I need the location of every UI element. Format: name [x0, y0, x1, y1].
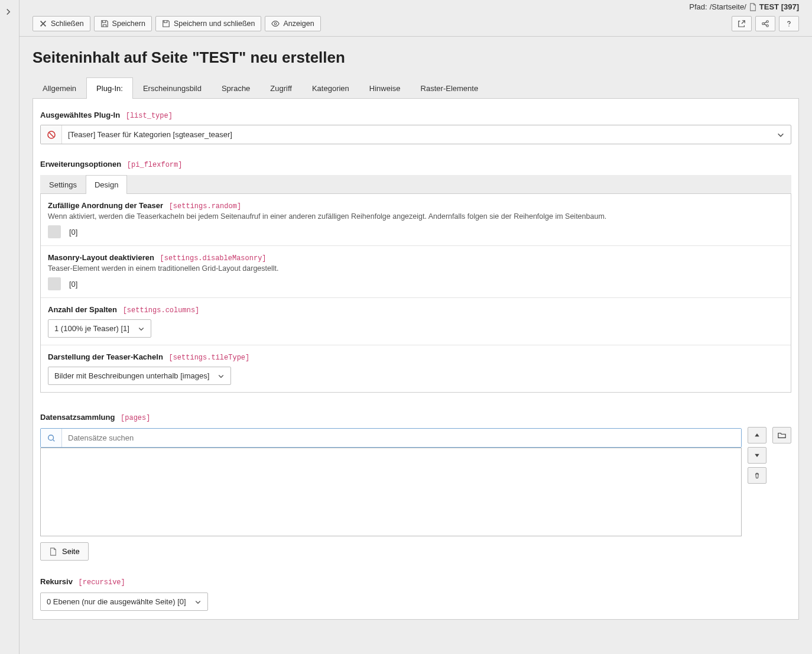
save-close-button[interactable]: Speichern und schließen	[155, 16, 262, 31]
tab-categories[interactable]: Kategorien	[302, 77, 359, 99]
setting-random-value: [0]	[69, 228, 77, 237]
help-button[interactable]	[779, 16, 799, 31]
page-title: Seiteninhalt auf Seite "TEST" neu erstel…	[33, 48, 799, 67]
breadcrumb-path[interactable]: /Startseite/	[710, 2, 746, 11]
setting-tiletype-select[interactable]: Bilder mit Beschreibungen unterhalb [ima…	[48, 367, 231, 385]
save-button[interactable]: Speichern	[94, 16, 152, 31]
list-move-up-button[interactable]	[748, 427, 766, 443]
svg-point-1	[762, 22, 765, 25]
search-icon	[41, 429, 62, 447]
setting-random-label: Zufällige Anordnung der Teaser [settings…	[48, 201, 784, 211]
recursive-select[interactable]: 0 Ebenen (nur die ausgewählte Seite) [0]	[40, 593, 208, 611]
setting-tiletype-label: Darstellung der Teaser-Kacheln [settings…	[48, 352, 784, 362]
subtab-settings[interactable]: Settings	[40, 175, 86, 194]
setting-masonry-checkbox[interactable]	[48, 277, 61, 290]
breadcrumb-label: Pfad:	[689, 2, 707, 11]
recursive-label: Rekursiv [recursive]	[40, 577, 791, 589]
tab-general[interactable]: Allgemein	[33, 77, 86, 99]
plugin-select[interactable]: [Teaser] Teaser für Kategorien [sgteaser…	[40, 125, 791, 144]
pages-label: Datensatzsammlung [pages]	[40, 413, 791, 425]
breadcrumb-current: TEST [397]	[759, 2, 799, 11]
pages-add-page-button[interactable]: Seite	[40, 542, 89, 561]
plugin-icon	[41, 125, 62, 144]
setting-random-checkbox[interactable]	[48, 225, 61, 238]
svg-point-6	[48, 435, 53, 440]
page-icon	[49, 548, 57, 556]
setting-columns-label: Anzahl der Spalten [settings.columns]	[48, 305, 784, 315]
page-tree-toggle[interactable]	[5, 8, 12, 17]
open-new-window-button[interactable]	[732, 16, 752, 31]
setting-masonry-desc: Teaser-Element werden in einem tradition…	[48, 264, 784, 273]
plugin-label: Ausgewähltes Plug-In [list_type]	[33, 111, 798, 122]
svg-point-0	[275, 22, 277, 25]
setting-masonry-label: Masonry-Layout deaktivieren [settings.di…	[48, 253, 784, 263]
tab-language[interactable]: Sprache	[212, 77, 260, 99]
chevron-down-icon	[217, 373, 225, 380]
svg-point-4	[788, 25, 790, 27]
setting-columns-select[interactable]: 1 (100% je Teaser) [1]	[48, 319, 151, 338]
subtab-design[interactable]: Design	[86, 175, 127, 194]
tab-gridelements[interactable]: Raster-Elemente	[411, 77, 489, 99]
preview-button[interactable]: Anzeigen	[265, 16, 320, 31]
chevron-down-icon	[777, 131, 785, 139]
pages-search-row	[40, 428, 742, 448]
chevron-down-icon	[138, 325, 145, 332]
svg-point-3	[766, 25, 769, 27]
pages-search-input[interactable]	[62, 429, 741, 447]
svg-point-2	[766, 21, 769, 23]
pages-listbox[interactable]	[40, 448, 742, 536]
chevron-down-icon	[194, 598, 202, 606]
close-button[interactable]: Schließen	[33, 16, 90, 31]
flexform-label: Erweiterungsoptionen [pi_flexform]	[33, 160, 798, 171]
tab-access[interactable]: Zugriff	[260, 77, 302, 99]
list-remove-button[interactable]	[748, 467, 766, 484]
tab-plugin[interactable]: Plug-In:	[86, 77, 133, 99]
share-button[interactable]	[755, 16, 775, 31]
list-browse-button[interactable]	[772, 427, 791, 443]
setting-masonry-value: [0]	[69, 280, 77, 289]
setting-random-desc: Wenn aktiviert, werden die Teaserkacheln…	[48, 212, 784, 221]
tab-notes[interactable]: Hinweise	[359, 77, 411, 99]
list-move-down-button[interactable]	[748, 447, 766, 464]
breadcrumb: Pfad: /Startseite/ TEST [397]	[20, 0, 812, 11]
page-icon	[749, 3, 757, 11]
tab-appearance[interactable]: Erscheinungsbild	[133, 77, 212, 99]
